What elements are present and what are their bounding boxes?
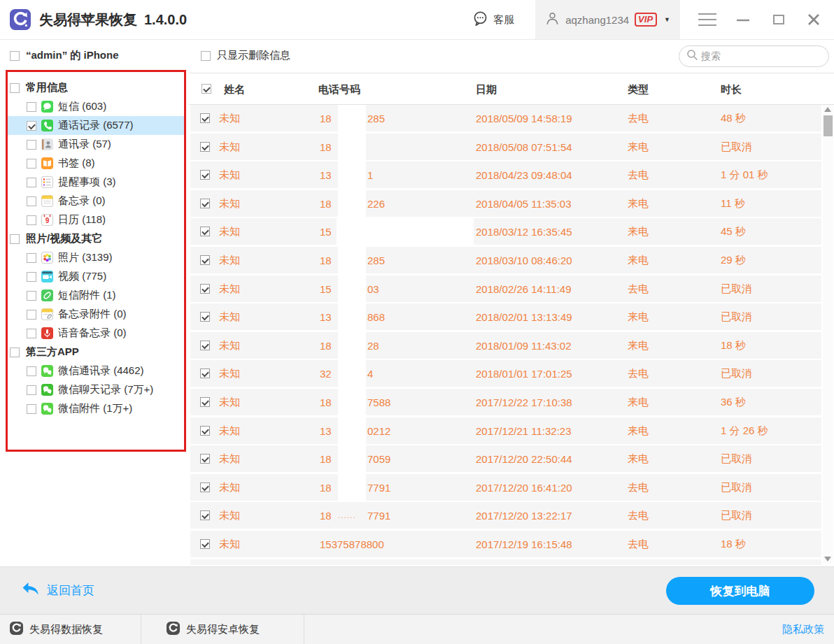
- table-row[interactable]: 未知182852018/05/09 14:58:19去电48 秒: [190, 105, 821, 131]
- cell-phone-suffix: 285: [367, 254, 385, 266]
- row-checkbox[interactable]: [200, 482, 210, 492]
- table-row[interactable]: 未知1870592017/12/20 22:50:44来电已取消: [190, 445, 821, 472]
- row-checkbox[interactable]: [200, 284, 210, 294]
- table-row[interactable]: 未知1877912017/12/20 16:41:20去电已取消: [190, 474, 821, 501]
- table-row[interactable]: 未知138682018/02/01 13:13:49来电已取消: [190, 303, 821, 330]
- item-checkbox[interactable]: [27, 329, 36, 338]
- item-checkbox[interactable]: [27, 272, 36, 282]
- cell-phone-suffix: 4: [367, 368, 373, 380]
- deleted-only-filter[interactable]: 只显示删除信息: [201, 49, 290, 62]
- row-checkbox[interactable]: [200, 312, 210, 322]
- device-checkbox[interactable]: [10, 51, 20, 61]
- row-checkbox[interactable]: [200, 454, 210, 464]
- item-checkbox[interactable]: [27, 215, 36, 225]
- sidebar-item[interactable]: 备忘录附件 (0): [7, 305, 186, 324]
- cell-phone-prefix: 32: [320, 368, 332, 380]
- calendar-icon: 9: [41, 214, 53, 226]
- item-checkbox[interactable]: [27, 253, 36, 263]
- sidebar-item[interactable]: 提醒事项 (3): [7, 173, 186, 192]
- item-checkbox[interactable]: [27, 404, 36, 414]
- recover-to-pc-button[interactable]: 恢复到电脑: [666, 577, 814, 605]
- deleted-only-checkbox[interactable]: [201, 51, 211, 61]
- sidebar-group-header[interactable]: 常用信息: [0, 78, 189, 97]
- product-logo-icon: [167, 622, 180, 638]
- sidebar-item[interactable]: 语音备忘录 (0): [7, 324, 186, 343]
- sidebar-group-header[interactable]: 照片/视频及其它: [0, 229, 189, 248]
- device-selector[interactable]: “admin” 的 iPhone: [10, 49, 119, 62]
- sidebar-item[interactable]: 通话记录 (6577): [7, 116, 186, 135]
- item-checkbox[interactable]: [27, 102, 36, 112]
- sidebar-item[interactable]: 9日历 (118): [7, 210, 186, 229]
- table-row[interactable]: 未知152018/03/12 16:35:45来电45 秒: [190, 218, 821, 245]
- row-checkbox[interactable]: [200, 341, 210, 350]
- item-checkbox[interactable]: [27, 291, 36, 301]
- row-checkbox[interactable]: [200, 426, 210, 436]
- table-row[interactable]: 未知18......77912017/12/20 13:22:17去电已取消: [190, 502, 821, 529]
- item-checkbox[interactable]: [27, 140, 36, 150]
- footer-product-tab[interactable]: 失易得安卓恢复: [141, 615, 304, 644]
- cell-phone-prefix: 13: [320, 311, 332, 323]
- scroll-down-icon[interactable]: [824, 557, 831, 561]
- sidebar-item[interactable]: 书签 (8): [7, 154, 186, 173]
- table-row[interactable]: 未知18282018/01/09 11:43:02来电18 秒: [190, 332, 821, 359]
- sidebar-item[interactable]: 通讯录 (57): [7, 135, 186, 154]
- table-scrollbar[interactable]: [823, 105, 833, 564]
- scrollbar-thumb[interactable]: [824, 115, 833, 136]
- table-row[interactable]: 未知15032018/02/26 14:11:49去电已取消: [190, 276, 821, 302]
- row-checkbox[interactable]: [200, 142, 210, 152]
- column-header: 日期: [476, 83, 497, 96]
- table-row[interactable]: 未知3242018/01/01 17:01:25去电已取消: [190, 360, 821, 387]
- close-button[interactable]: [806, 12, 821, 27]
- row-checkbox[interactable]: [200, 397, 210, 407]
- row-checkbox[interactable]: [200, 113, 210, 123]
- row-checkbox[interactable]: [200, 368, 210, 378]
- row-checkbox[interactable]: [200, 510, 210, 520]
- footer-product-tab[interactable]: 失易得数据恢复: [0, 615, 141, 644]
- sidebar-item[interactable]: 短信 (603): [7, 97, 186, 116]
- row-checkbox[interactable]: [200, 255, 210, 265]
- sidebar-item[interactable]: 微信附件 (1万+): [7, 399, 186, 418]
- row-checkbox[interactable]: [200, 170, 210, 180]
- table-row[interactable]: 未知1875882017/12/22 17:10:38来电36 秒: [190, 389, 821, 415]
- maximize-button[interactable]: [771, 12, 786, 27]
- search-input[interactable]: 搜索: [679, 45, 829, 67]
- sidebar-item[interactable]: 照片 (3139): [7, 248, 186, 267]
- voice-memo-icon: [41, 327, 53, 339]
- sidebar-item[interactable]: 视频 (775): [7, 267, 186, 286]
- row-checkbox[interactable]: [200, 199, 210, 208]
- item-checkbox[interactable]: [27, 159, 36, 169]
- table-row[interactable]: 未知1312018/04/23 09:48:04去电1 分 01 秒: [190, 162, 821, 188]
- table-row[interactable]: 未知182018/05/08 07:51:54来电已取消: [190, 134, 821, 160]
- privacy-policy-link[interactable]: 隐私政策: [782, 623, 824, 636]
- item-checkbox[interactable]: [27, 310, 36, 320]
- menu-button[interactable]: [698, 13, 716, 26]
- item-checkbox[interactable]: [27, 366, 36, 376]
- sidebar-group-header[interactable]: 第三方APP: [0, 343, 189, 362]
- item-checkbox[interactable]: [27, 121, 36, 131]
- select-all-checkbox[interactable]: [202, 84, 211, 94]
- back-home-button[interactable]: 返回首页: [21, 581, 94, 600]
- cell-duration: 已取消: [721, 509, 752, 522]
- table-row[interactable]: 未知1302122017/12/21 11:32:23来电1 分 26 秒: [190, 417, 821, 444]
- table-row[interactable]: 未知182262018/04/05 11:35:03来电11 秒: [190, 190, 821, 217]
- table-row[interactable]: 未知182852018/03/10 08:46:20来电29 秒: [190, 247, 821, 273]
- group-checkbox[interactable]: [10, 83, 20, 93]
- sidebar-item-label: 视频 (775): [58, 270, 106, 283]
- sidebar-item[interactable]: 微信聊天记录 (7万+): [7, 380, 186, 399]
- table-row[interactable]: 未知153758788002017/12/19 16:15:48去电18 秒: [190, 531, 821, 557]
- item-checkbox[interactable]: [27, 385, 36, 395]
- sidebar-item[interactable]: 微信通讯录 (4462): [7, 362, 186, 380]
- group-checkbox[interactable]: [10, 348, 20, 357]
- group-checkbox[interactable]: [10, 234, 20, 244]
- row-checkbox[interactable]: [200, 539, 210, 549]
- sidebar-item[interactable]: 短信附件 (1): [7, 286, 186, 305]
- row-checkbox[interactable]: [200, 227, 210, 236]
- user-account-menu[interactable]: aqzhang1234 VIP ▼: [535, 0, 680, 39]
- cell-phone-prefix: 18: [320, 197, 332, 209]
- item-checkbox[interactable]: [27, 196, 36, 206]
- minimize-button[interactable]: [735, 11, 751, 28]
- item-checkbox[interactable]: [27, 178, 36, 187]
- scroll-up-icon[interactable]: [824, 107, 831, 112]
- customer-service-button[interactable]: 客服: [472, 10, 514, 29]
- sidebar-item[interactable]: 备忘录 (0): [7, 192, 186, 210]
